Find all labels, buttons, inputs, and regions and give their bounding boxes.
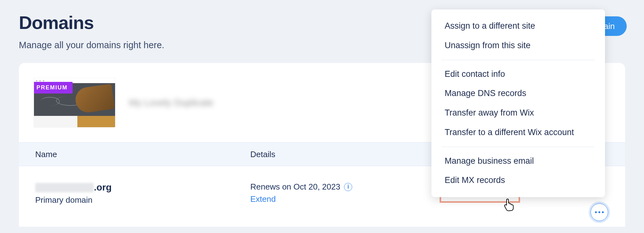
more-actions-button[interactable]	[591, 203, 608, 221]
domain-name-masked: examplewebsite	[35, 183, 94, 192]
pointer-cursor-icon	[503, 198, 516, 212]
menu-edit-mx[interactable]: Edit MX records	[431, 171, 605, 190]
site-name: My Lovely Duplicate	[129, 97, 213, 108]
menu-manage-email[interactable]: Manage business email	[431, 151, 605, 171]
menu-transfer-account[interactable]: Transfer to a different Wix account	[431, 123, 605, 142]
menu-transfer-away[interactable]: Transfer away from Wix	[431, 103, 605, 123]
menu-manage-dns[interactable]: Manage DNS records	[431, 84, 605, 103]
site-thumbnail[interactable]: PREMIUM	[34, 78, 115, 127]
menu-assign-site[interactable]: Assign to a different site	[431, 16, 605, 36]
menu-divider	[441, 147, 595, 147]
column-name-header: Name	[19, 150, 250, 159]
menu-edit-contact[interactable]: Edit contact info	[431, 65, 605, 84]
menu-divider	[441, 60, 595, 60]
dot-icon	[595, 211, 597, 213]
domain-tld: .org	[94, 182, 112, 192]
info-icon[interactable]: i	[344, 183, 352, 191]
domain-subtitle: Primary domain	[35, 195, 250, 205]
dot-icon	[598, 211, 600, 213]
domain-actions-menu: Assign to a different site Unassign from…	[431, 9, 605, 197]
dot-icon	[602, 211, 604, 213]
menu-unassign-site[interactable]: Unassign from this site	[431, 36, 605, 55]
domain-name-cell: examplewebsite.org Primary domain	[19, 182, 250, 205]
renew-date: Renews on Oct 20, 2023	[250, 182, 340, 192]
premium-badge: PREMIUM	[34, 82, 73, 94]
